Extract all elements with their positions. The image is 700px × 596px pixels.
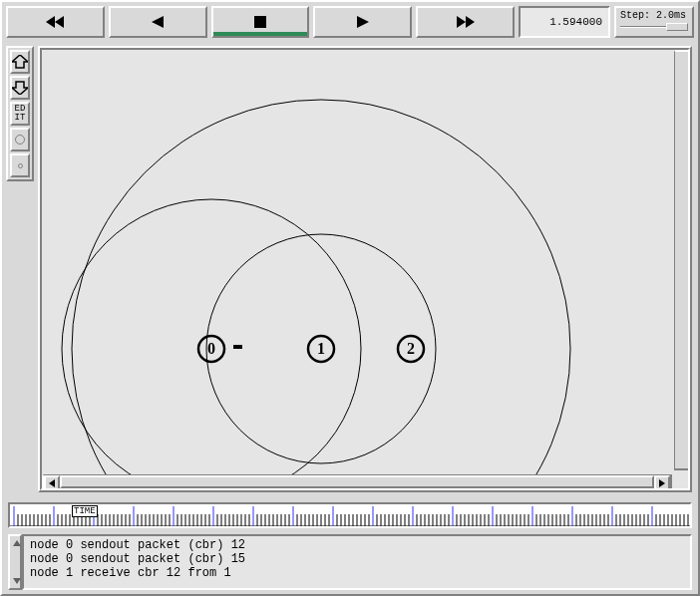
scroll-right-button[interactable] [654, 475, 670, 490]
svg-point-9 [62, 199, 361, 478]
svg-marker-2 [152, 16, 164, 28]
arrow-down-outline-icon [12, 81, 28, 95]
log-output: node 0 sendout packet (cbr) 12 node 0 se… [22, 534, 692, 590]
horizontal-scrollbar[interactable] [42, 474, 672, 490]
svg-text:0: 0 [207, 340, 215, 357]
play-button[interactable] [313, 6, 412, 38]
fast-forward-button[interactable] [416, 6, 515, 38]
svg-marker-195 [13, 578, 21, 584]
svg-marker-1 [55, 16, 64, 28]
svg-text:1: 1 [317, 340, 325, 357]
simulation-canvas[interactable]: 0 1 2 [40, 48, 690, 490]
svg-marker-8 [12, 82, 28, 95]
svg-marker-5 [457, 16, 466, 28]
vertical-scrollbar[interactable] [674, 50, 690, 470]
svg-marker-6 [466, 16, 475, 28]
edit-label: EDIT [15, 105, 26, 123]
layer-down-button[interactable] [10, 76, 30, 100]
packet-marker [233, 345, 242, 349]
hscroll-track[interactable] [60, 475, 654, 488]
svg-marker-7 [12, 55, 28, 68]
tool-circle-large-button[interactable] [10, 128, 30, 151]
svg-marker-4 [357, 16, 369, 28]
back-icon [152, 16, 164, 28]
step-slider[interactable] [620, 23, 688, 31]
app-frame: 1.594000 Step: 2.0ms EDIT [0, 0, 700, 596]
time-marker[interactable]: TIME [72, 505, 98, 517]
svg-marker-0 [46, 16, 55, 28]
ruler-ticks [10, 504, 690, 526]
chevron-right-icon [659, 479, 665, 487]
timeline-ruler[interactable]: TIME [8, 502, 692, 528]
active-indicator [213, 32, 308, 36]
rewind-icon [46, 16, 64, 28]
rewind-button[interactable] [6, 6, 105, 38]
svg-text:2: 2 [407, 340, 415, 357]
svg-marker-194 [13, 540, 21, 546]
layer-up-button[interactable] [10, 50, 30, 74]
svg-point-11 [72, 100, 570, 478]
stop-button[interactable] [211, 6, 310, 38]
time-display: 1.594000 [519, 6, 610, 38]
play-icon [357, 16, 369, 28]
log-gutter[interactable] [8, 534, 22, 590]
node-2[interactable]: 2 [398, 336, 424, 362]
svg-marker-18 [49, 479, 55, 487]
topology-svg: 0 1 2 [42, 50, 685, 478]
step-label: Step: 2.0ms [620, 10, 688, 21]
side-toolbar: EDIT [6, 46, 34, 181]
svg-rect-3 [254, 16, 266, 28]
canvas-frame: 0 1 2 [38, 46, 692, 492]
scroll-left-button[interactable] [44, 475, 60, 490]
playback-toolbar: 1.594000 Step: 2.0ms [6, 6, 694, 38]
arrow-up-outline-icon [12, 55, 28, 69]
svg-marker-19 [659, 479, 665, 487]
log-panel: node 0 sendout packet (cbr) 12 node 0 se… [8, 534, 692, 590]
step-control[interactable]: Step: 2.0ms [614, 6, 694, 38]
chevron-left-icon [49, 479, 55, 487]
stop-icon [254, 16, 266, 28]
edit-button[interactable]: EDIT [10, 102, 30, 126]
circle-small-icon [18, 163, 23, 168]
tool-circle-small-button[interactable] [10, 153, 30, 177]
node-0[interactable]: 0 [198, 336, 224, 362]
ffwd-icon [457, 16, 475, 28]
circle-large-icon [15, 135, 25, 145]
node-1[interactable]: 1 [308, 336, 334, 362]
step-back-button[interactable] [109, 6, 207, 38]
